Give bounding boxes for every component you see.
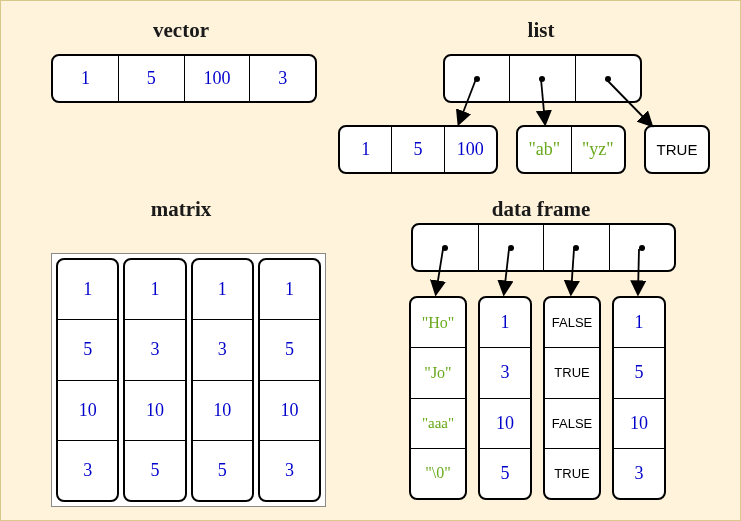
- vector-cell: 100: [184, 56, 250, 101]
- matrix-cell: 1: [125, 260, 184, 319]
- list-slot: [575, 56, 640, 101]
- matrix-cell: 3: [58, 440, 117, 500]
- pointer-dot-icon: [508, 245, 514, 251]
- dataframe-col-num2: 1 5 10 3: [612, 296, 666, 500]
- list-child-numeric: 1 5 100: [338, 125, 498, 174]
- dataframe-slot: [543, 225, 609, 270]
- matrix-cell: 1: [58, 260, 117, 319]
- df-cell: "\0": [411, 448, 465, 498]
- matrix-column: 1 3 10 5: [123, 258, 186, 502]
- list-num-cell: 1: [340, 127, 391, 172]
- pointer-dot-icon: [605, 76, 611, 82]
- df-cell: 3: [480, 347, 530, 397]
- matrix-column: 1 5 10 3: [56, 258, 119, 502]
- matrix-cell: 3: [260, 440, 319, 500]
- list-str-cell: "ab": [518, 127, 571, 172]
- vector-cell: 3: [249, 56, 315, 101]
- matrix-cell: 10: [260, 380, 319, 440]
- df-cell: 5: [614, 347, 664, 397]
- list-str-cell: "yz": [571, 127, 625, 172]
- diagram-canvas: vector list matrix data frame 1 5 100 3 …: [0, 0, 741, 521]
- vector-cell: 5: [118, 56, 184, 101]
- pointer-dot-icon: [639, 245, 645, 251]
- list-child-string: "ab" "yz": [516, 125, 626, 174]
- df-cell: FALSE: [545, 398, 599, 448]
- df-cell: 5: [480, 448, 530, 498]
- df-cell: 10: [480, 398, 530, 448]
- title-dataframe: data frame: [441, 197, 641, 222]
- dataframe-slot: [413, 225, 478, 270]
- df-cell: TRUE: [545, 448, 599, 498]
- df-cell: 10: [614, 398, 664, 448]
- matrix-cell: 1: [260, 260, 319, 319]
- title-list: list: [481, 18, 601, 43]
- list-slot: [445, 56, 509, 101]
- dataframe-slot: [478, 225, 544, 270]
- pointer-dot-icon: [474, 76, 480, 82]
- vector-cell: 1: [53, 56, 118, 101]
- list-num-cell: 5: [391, 127, 443, 172]
- list-child-logical: TRUE: [644, 125, 710, 174]
- df-cell: "aaa": [411, 398, 465, 448]
- df-cell: "Jo": [411, 347, 465, 397]
- list-parent-box: [443, 54, 642, 103]
- pointer-dot-icon: [573, 245, 579, 251]
- df-cell: 1: [480, 298, 530, 347]
- pointer-dot-icon: [539, 76, 545, 82]
- title-vector: vector: [111, 18, 251, 43]
- dataframe-col-logical: FALSE TRUE FALSE TRUE: [543, 296, 601, 500]
- df-cell: "Ho": [411, 298, 465, 347]
- df-cell: FALSE: [545, 298, 599, 347]
- list-slot: [509, 56, 574, 101]
- matrix-cell: 10: [125, 380, 184, 440]
- matrix-column: 1 3 10 5: [191, 258, 254, 502]
- matrix-cell: 10: [58, 380, 117, 440]
- df-cell: 3: [614, 448, 664, 498]
- pointer-dot-icon: [442, 245, 448, 251]
- matrix-cell: 1: [193, 260, 252, 319]
- dataframe-parent-box: [411, 223, 676, 272]
- matrix-cell: 5: [58, 319, 117, 379]
- dataframe-col-num1: 1 3 10 5: [478, 296, 532, 500]
- matrix-cell: 3: [125, 319, 184, 379]
- matrix-cell: 5: [193, 440, 252, 500]
- matrix-column: 1 5 10 3: [258, 258, 321, 502]
- list-lgl-cell: TRUE: [646, 127, 708, 172]
- matrix-cell: 10: [193, 380, 252, 440]
- matrix-cell: 3: [193, 319, 252, 379]
- list-num-cell: 100: [444, 127, 496, 172]
- vector-box: 1 5 100 3: [51, 54, 317, 103]
- matrix-cell: 5: [260, 319, 319, 379]
- dataframe-col-string: "Ho" "Jo" "aaa" "\0": [409, 296, 467, 500]
- title-matrix: matrix: [111, 197, 251, 222]
- matrix-cell: 5: [125, 440, 184, 500]
- df-cell: TRUE: [545, 347, 599, 397]
- dataframe-slot: [609, 225, 675, 270]
- df-cell: 1: [614, 298, 664, 347]
- matrix-box: 1 5 10 3 1 3 10 5 1 3 10 5 1 5 10 3: [51, 253, 326, 507]
